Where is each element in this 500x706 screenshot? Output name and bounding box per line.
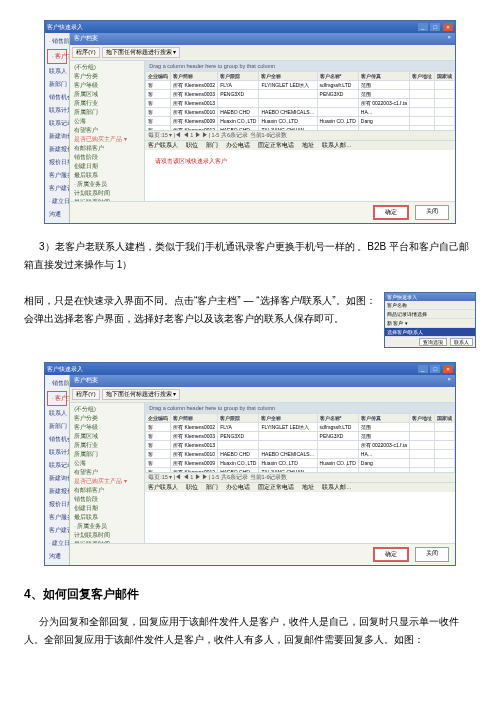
contact-tab[interactable]: 办公电话 (226, 142, 250, 149)
filter-item[interactable]: 所属行业 (72, 441, 142, 450)
filter-item[interactable]: 客户分类 (72, 72, 142, 81)
ok-button[interactable]: 确定 (373, 547, 409, 562)
nav-item[interactable]: 新建报价单 (45, 143, 69, 156)
nav-item[interactable]: 销售机会 (45, 433, 69, 446)
filter-item[interactable]: 有望客户 (72, 468, 142, 477)
data-grid[interactable]: 企业编码客户简称客户跟踪客户全称客户名称*客户传真客户地址国家城 客所有 Kle… (145, 413, 455, 472)
nav-item[interactable]: 联系记录 (45, 117, 69, 130)
filter-item[interactable]: · 所属业务员 (72, 180, 142, 189)
col-header[interactable]: 客户跟踪 (218, 72, 259, 81)
nav-item[interactable]: 联系计划 (45, 446, 69, 459)
ok-button[interactable]: 确定 (373, 205, 409, 220)
nav-item[interactable]: 新建询价 (45, 472, 69, 485)
group-hint[interactable]: Drag a column header here to group by th… (145, 61, 455, 71)
nav-item[interactable]: 新建询价 (45, 130, 69, 143)
contact-tab[interactable]: 联系人邮… (322, 484, 352, 491)
filter-item[interactable]: 是否已购买主产品 ▾ (72, 477, 142, 486)
filter-item[interactable]: 计划联系时间 (72, 531, 142, 540)
nav-item[interactable]: · 建立日期 (45, 537, 69, 550)
filter-item[interactable]: 所属部门 (72, 108, 142, 117)
contact-tab[interactable]: 固定正常电话 (258, 142, 294, 149)
col-header[interactable]: 客户地址 (410, 72, 435, 81)
table-row[interactable]: 客所有 Klemens0003PENG3XDPENG3XD范围 (146, 90, 455, 99)
nav-item[interactable]: · 建立日期 (45, 195, 69, 208)
filter-item[interactable]: 有望客户 (72, 126, 142, 135)
filter-item[interactable]: 最后联系 (72, 171, 142, 180)
pager[interactable]: 每页:15 ▾ |◀ ◀ 1 ▶ ▶| 1-5 共6条记录 当前1-6记录数 (145, 130, 455, 140)
contact-tab[interactable]: 地址 (302, 484, 314, 491)
nav-item[interactable]: 联系人 (45, 407, 69, 420)
nav-item[interactable]: 联系人 (45, 65, 69, 78)
contact-tab[interactable]: 职位 (186, 142, 198, 149)
filter-item[interactable]: 创建日期 (72, 162, 142, 171)
col-header[interactable]: 国家城 (435, 414, 455, 423)
contact-tab[interactable]: 部门 (206, 484, 218, 491)
filter-item[interactable]: 销售阶段 (72, 153, 142, 162)
table-row[interactable]: 客所有 Klemens0013所有 0022003-c1.f.ta (146, 441, 455, 450)
nav-item[interactable]: 应付 (45, 221, 69, 223)
col-header[interactable]: 客户全称 (259, 72, 317, 81)
filter-item[interactable]: 是否已购买主产品 ▾ (72, 135, 142, 144)
col-header[interactable]: 客户名称* (317, 72, 358, 81)
nav-item[interactable]: 报价日期 (45, 156, 69, 169)
table-row[interactable]: 客所有 Klemens0003PENG3XDPENG3XD范围 (146, 432, 455, 441)
maximize-button[interactable]: □ (430, 23, 440, 31)
small-row-highlight[interactable]: 选择客户/联系人 (385, 328, 475, 337)
filter-item[interactable]: 所属区域 (72, 432, 142, 441)
pane-close-icon[interactable]: × (447, 376, 451, 386)
filter-item[interactable]: 所属区域 (72, 90, 142, 99)
col-header[interactable]: 客户跟踪 (218, 414, 259, 423)
contact-tab[interactable]: 联系人邮… (322, 142, 352, 149)
filter-item[interactable]: 创建日期 (72, 504, 142, 513)
contact-tab[interactable]: 办公电话 (226, 484, 250, 491)
small-btn[interactable]: 联系人 (450, 338, 473, 346)
filter-item[interactable]: 所属部门 (72, 450, 142, 459)
nav-item-customer-main[interactable]: · 客户主档 (47, 391, 67, 406)
nav-item[interactable]: 客户服务 (45, 169, 69, 182)
filter-item[interactable]: 客户分类 (72, 414, 142, 423)
contact-tab[interactable]: 部门 (206, 142, 218, 149)
contact-tab[interactable]: 客户联系人 (148, 142, 178, 149)
col-header[interactable]: 客户传真 (358, 414, 409, 423)
nav-item[interactable]: 新部门 (45, 420, 69, 433)
small-btn[interactable]: 查询选项 (419, 338, 447, 346)
pager[interactable]: 每页:15 ▾ |◀ ◀ 1 ▶ ▶| 1-5 共6条记录 当前1-6记录数 (145, 472, 455, 482)
col-header[interactable]: 企业编码 (146, 414, 171, 423)
minimize-button[interactable]: _ (418, 365, 428, 373)
cancel-button[interactable]: 关闭 (415, 205, 449, 220)
nav-item[interactable]: 联系计划 (45, 104, 69, 117)
col-header[interactable]: 客户简称 (171, 414, 218, 423)
filter-item[interactable]: (不分组) (72, 63, 142, 72)
maximize-button[interactable]: □ (430, 365, 440, 373)
contact-tab[interactable]: 固定正常电话 (258, 484, 294, 491)
toolbar-search-hint[interactable]: 拖下面任何标题进行搜索 ▾ (102, 389, 181, 400)
table-row[interactable]: 客所有 Klemens0002FLYAFLYINGLET LED填入sdfrsg… (146, 81, 455, 90)
nav-item[interactable]: 新部门 (45, 78, 69, 91)
filter-item[interactable]: · 所属业务员 (72, 522, 142, 531)
filter-item[interactable]: 客户等级 (72, 423, 142, 432)
cancel-button[interactable]: 关闭 (415, 547, 449, 562)
nav-item[interactable]: 沟通 (45, 208, 69, 221)
table-row[interactable]: 客所有 Klemens0010HAEBO CHDHAEBO CHEMICALS…… (146, 450, 455, 459)
nav-item[interactable]: 沟通 (45, 550, 69, 563)
nav-item[interactable]: 联系记录 (45, 459, 69, 472)
filter-item[interactable]: 有邮箱客户 (72, 144, 142, 153)
toolbar-program[interactable]: 程序(Y) (72, 47, 99, 58)
col-header[interactable]: 客户简称 (171, 72, 218, 81)
nav-item[interactable]: · 销售阶段快速录入 (45, 35, 69, 48)
nav-item[interactable]: 报价日期 (45, 498, 69, 511)
contact-tab[interactable]: 地址 (302, 142, 314, 149)
data-grid[interactable]: 企业编码客户简称客户跟踪客户全称客户名称*客户传真客户地址国家城 客所有 Kle… (145, 71, 455, 130)
toolbar-program[interactable]: 程序(Y) (72, 389, 99, 400)
nav-item[interactable]: 新建报价单 (45, 485, 69, 498)
col-header[interactable]: 企业编码 (146, 72, 171, 81)
filter-item[interactable]: 销售阶段 (72, 495, 142, 504)
col-header[interactable]: 客户传真 (358, 72, 409, 81)
table-row[interactable]: 客所有 Klemens0002FLYAFLYINGLET LED填入sdfrsg… (146, 423, 455, 432)
close-button[interactable]: × (443, 23, 453, 31)
nav-item[interactable]: 客户建议 (45, 182, 69, 195)
filter-item[interactable]: 有邮箱客户 (72, 486, 142, 495)
minimize-button[interactable]: _ (418, 23, 428, 31)
contact-tab[interactable]: 职位 (186, 484, 198, 491)
filter-item[interactable]: 公海 (72, 117, 142, 126)
